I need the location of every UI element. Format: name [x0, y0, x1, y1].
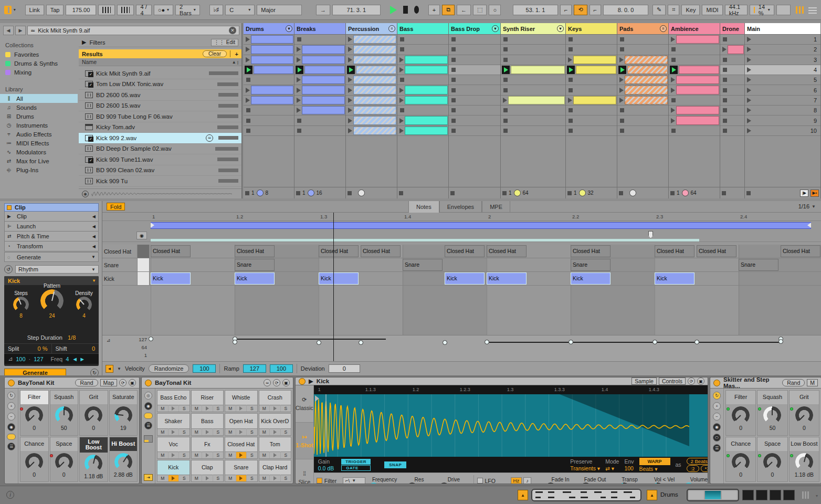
- macro-label[interactable]: Hi Boost: [110, 437, 138, 451]
- scene-launch-icon[interactable]: [747, 77, 751, 82]
- clip-bar[interactable]: [302, 96, 345, 104]
- clip-launch-icon[interactable]: [348, 37, 352, 42]
- pad-solo-button[interactable]: S: [247, 475, 257, 481]
- clip-stop-icon[interactable]: [297, 37, 301, 41]
- pad-play-button[interactable]: [270, 405, 280, 412]
- pad-name[interactable]: Shaker: [157, 414, 190, 428]
- clip-stop-icon[interactable]: [569, 37, 573, 41]
- pad-mute-button[interactable]: M: [157, 428, 168, 435]
- macro-knob-squash[interactable]: [55, 406, 73, 424]
- clip-bar[interactable]: [405, 56, 448, 64]
- pad-mute-button[interactable]: M: [225, 452, 236, 458]
- tempo-field[interactable]: 175.00: [66, 5, 96, 15]
- sidebar-collection-favorites[interactable]: Favorites: [0, 50, 78, 59]
- pad-play-button[interactable]: [202, 452, 213, 458]
- pad-solo-button[interactable]: S: [281, 405, 291, 412]
- macro-variations-icon[interactable]: ↻: [713, 392, 721, 400]
- clip-launch-icon[interactable]: [297, 108, 301, 113]
- chain-icon[interactable]: ◎: [144, 392, 152, 400]
- clip-stop-icon[interactable]: [723, 108, 727, 112]
- clip-stop-icon[interactable]: [723, 129, 727, 133]
- pad-play-button[interactable]: [270, 475, 280, 481]
- macro-label[interactable]: Low Boost: [790, 437, 819, 451]
- clip-bar[interactable]: [676, 106, 719, 114]
- clip-stop-icon[interactable]: [620, 47, 624, 51]
- device-thumb[interactable]: [742, 490, 754, 500]
- scrub-area[interactable]: ◉: [102, 230, 821, 242]
- clip-launch-icon[interactable]: [722, 47, 727, 52]
- device-on-toggle[interactable]: [8, 380, 15, 386]
- clip-bar[interactable]: [627, 66, 668, 74]
- info-icon[interactable]: i: [6, 491, 14, 499]
- track-header[interactable]: Bass Drop▾: [449, 23, 500, 35]
- clip-launch-icon[interactable]: [246, 47, 250, 52]
- file-row[interactable]: Kick Mkit Synth 9.aif: [79, 68, 241, 79]
- clip-stop-icon[interactable]: [723, 98, 727, 102]
- loop-mode-menu[interactable]: ⇄ ▾: [605, 465, 614, 471]
- clip-stop-icon[interactable]: [451, 58, 456, 62]
- clip-launch-icon[interactable]: [246, 88, 250, 93]
- macro-label[interactable]: Space: [757, 437, 787, 451]
- clip-bar[interactable]: [405, 96, 448, 104]
- clip-slot[interactable]: [566, 55, 617, 65]
- pad-name[interactable]: Crash: [259, 391, 291, 405]
- clip-slot[interactable]: [449, 126, 500, 136]
- clip-slot[interactable]: [617, 55, 668, 65]
- clip-stop-icon[interactable]: [400, 108, 404, 112]
- midi-note[interactable]: Closed Hat: [361, 245, 401, 257]
- clip-stop-icon[interactable]: [620, 119, 624, 123]
- velocity-min[interactable]: 100: [16, 356, 25, 362]
- mode-slice[interactable]: ⦙⦙Slice: [296, 459, 313, 484]
- clip-bar[interactable]: [511, 66, 565, 74]
- clip-playing-icon[interactable]: [670, 66, 678, 74]
- clip-bar[interactable]: [251, 86, 293, 94]
- clip-stop-icon[interactable]: [400, 47, 404, 51]
- pad-mute-button[interactable]: M: [192, 428, 202, 435]
- clip-slot[interactable]: [294, 65, 345, 75]
- velocity-marker[interactable]: [485, 340, 489, 344]
- clip-playing-icon[interactable]: [567, 66, 575, 74]
- snap-button[interactable]: SNAP: [384, 461, 406, 468]
- track-header[interactable]: Ambience: [669, 23, 720, 35]
- clip-bar[interactable]: [405, 86, 448, 94]
- computer-midi-keyboard-button[interactable]: ⌗: [668, 5, 679, 15]
- play-button[interactable]: [390, 6, 397, 14]
- pad-play-button[interactable]: [236, 405, 247, 412]
- clip-slot[interactable]: [346, 96, 397, 106]
- pad-name[interactable]: Voc: [157, 437, 190, 452]
- midi-note[interactable]: Closed Hat: [319, 245, 359, 257]
- key-scale-menu[interactable]: Major: [257, 5, 302, 15]
- clip-slot[interactable]: [720, 75, 744, 85]
- clip-stop-icon[interactable]: [246, 78, 250, 82]
- clip-stop-icon[interactable]: [246, 129, 250, 133]
- warp-double-button[interactable]: *2: [701, 465, 708, 472]
- device-thumb[interactable]: [756, 490, 767, 500]
- clip-launch-icon[interactable]: [348, 57, 352, 62]
- pad-name[interactable]: Riser: [192, 391, 224, 405]
- clip-stop-icon[interactable]: [569, 119, 573, 123]
- device-chain-minimap[interactable]: [687, 489, 739, 501]
- freq-arrows[interactable]: ◄ ►: [72, 356, 85, 362]
- sidebar-item-sounds[interactable]: ♫Sounds: [0, 103, 78, 112]
- clip-slot[interactable]: [501, 75, 565, 85]
- clip-slot[interactable]: [617, 126, 668, 136]
- macro-knob-grit[interactable]: [85, 406, 102, 424]
- clip-bar[interactable]: [625, 86, 668, 94]
- simpler-tab-controls[interactable]: Controls: [659, 377, 686, 385]
- chain-list-icon[interactable]: ☰: [7, 443, 15, 450]
- gate-button[interactable]: GATE: [341, 465, 371, 471]
- capture-midi-button[interactable]: ○: [489, 5, 501, 15]
- clip-stop-icon[interactable]: [723, 78, 727, 82]
- clip-launch-icon[interactable]: [348, 47, 352, 52]
- clip-slot[interactable]: [566, 75, 617, 85]
- pad-name[interactable]: Clap: [192, 460, 224, 475]
- clip-slot[interactable]: [720, 65, 744, 75]
- pad-name[interactable]: Clap Hard: [259, 460, 291, 475]
- clip-slot[interactable]: [617, 106, 668, 116]
- param-knob-frequency[interactable]: [369, 482, 379, 484]
- loop-start-handle[interactable]: [151, 223, 154, 228]
- clip-slot[interactable]: [720, 106, 744, 116]
- clip-bar[interactable]: [251, 56, 293, 64]
- clip-launch-icon[interactable]: [503, 98, 507, 103]
- param-knob-vol-vel[interactable]: [652, 482, 663, 484]
